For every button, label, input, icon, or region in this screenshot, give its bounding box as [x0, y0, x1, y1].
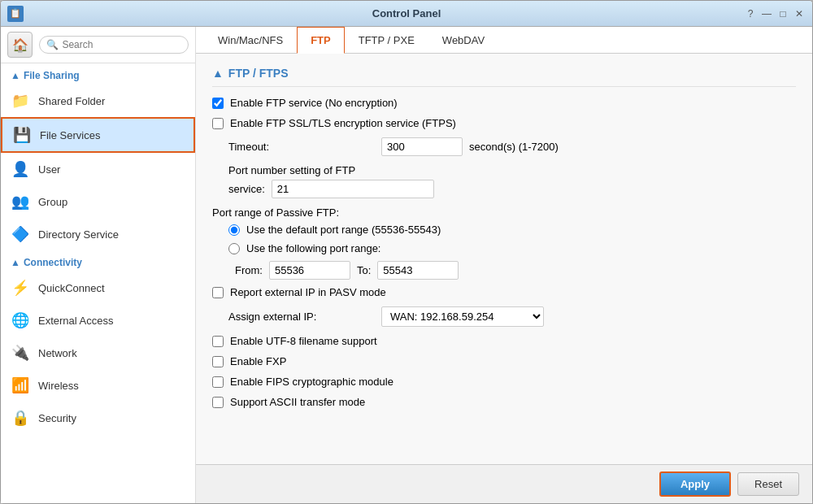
sidebar: 🏠 🔍 ▲ File Sharing 📁 Shared Folder: [1, 27, 196, 503]
maximize-button[interactable]: □: [776, 7, 789, 20]
port-input-row: service:: [228, 180, 796, 198]
sidebar-item-directory-service[interactable]: 🔷 Directory Service: [1, 218, 195, 250]
window-title: Control Panel: [372, 7, 441, 20]
passive-ftp-header: Port range of Passive FTP:: [212, 206, 796, 219]
enable-fxp-label: Enable FXP: [230, 355, 286, 367]
app-icon: 📋: [7, 6, 24, 22]
to-input[interactable]: [377, 261, 459, 280]
sidebar-item-external-access[interactable]: 🌐 External Access: [1, 304, 195, 337]
report-external-ip-checkbox[interactable]: [212, 287, 224, 298]
passive-ftp-section: Port range of Passive FTP: Use the defau…: [212, 206, 796, 280]
radio-custom-label: Use the following port range:: [246, 242, 380, 254]
support-ascii-label: Support ASCII transfer mode: [230, 396, 365, 408]
file-sharing-header[interactable]: ▲ File Sharing: [1, 63, 195, 85]
port-label: Port number setting of FTP: [228, 164, 355, 176]
support-ascii-checkbox[interactable]: [212, 397, 224, 408]
tab-webdav[interactable]: WebDAV: [428, 27, 498, 54]
enable-fips-checkbox[interactable]: [212, 376, 224, 388]
port-input[interactable]: [272, 180, 434, 198]
directory-service-icon: 🔷: [11, 224, 30, 244]
tab-bar: Win/Mac/NFS FTP TFTP / PXE WebDAV: [196, 27, 812, 54]
quickconnect-label: QuickConnect: [38, 282, 105, 294]
connectivity-label: Connectivity: [24, 257, 82, 268]
title-bar: 📋 Control Panel ? — □ ✕: [1, 1, 812, 27]
port-group: Port number setting of FTP service:: [228, 164, 796, 198]
sidebar-item-wireless[interactable]: 📶 Wireless: [1, 369, 195, 402]
user-icon: 👤: [11, 159, 30, 179]
support-ascii-row: Support ASCII transfer mode: [212, 396, 796, 408]
network-icon: 🔌: [11, 343, 30, 363]
security-icon: 🔒: [11, 408, 30, 428]
radio-default[interactable]: [228, 224, 240, 236]
search-input[interactable]: [62, 39, 181, 50]
passive-ftp-label: Port range of Passive FTP:: [212, 206, 339, 219]
to-label: To:: [357, 264, 371, 276]
enable-ftp-label: Enable FTP service (No encryption): [230, 97, 398, 109]
quickconnect-icon: ⚡: [11, 278, 30, 298]
minimize-button[interactable]: —: [760, 7, 773, 20]
timeout-label: Timeout:: [228, 141, 375, 153]
file-sharing-label: File Sharing: [24, 70, 80, 81]
tab-tftp-pxe[interactable]: TFTP / PXE: [345, 27, 428, 54]
sidebar-item-file-services[interactable]: 💾 File Services: [1, 117, 195, 153]
help-button[interactable]: ?: [744, 7, 757, 20]
sidebar-item-user[interactable]: 👤 User: [1, 153, 195, 185]
external-access-label: External Access: [38, 315, 114, 327]
from-label: From:: [235, 264, 263, 276]
title-bar-controls: ? — □ ✕: [744, 7, 806, 20]
sidebar-item-network[interactable]: 🔌 Network: [1, 337, 195, 369]
search-wrapper: 🔍: [39, 36, 189, 54]
sidebar-item-security[interactable]: 🔒 Security: [1, 402, 195, 434]
enable-fxp-row: Enable FXP: [212, 355, 796, 367]
enable-fips-label: Enable FIPS cryptographic module: [230, 376, 393, 388]
sidebar-menu: ▲ File Sharing 📁 Shared Folder 💾 File Se…: [1, 63, 195, 503]
port-label-row: Port number setting of FTP: [228, 164, 796, 176]
sidebar-item-group[interactable]: 👥 Group: [1, 185, 195, 218]
user-label: User: [38, 163, 60, 176]
enable-fxp-checkbox[interactable]: [212, 356, 224, 367]
file-services-label: File Services: [40, 129, 100, 141]
timeout-group: Timeout: second(s) (1-7200): [228, 137, 796, 156]
from-input[interactable]: [269, 261, 350, 280]
shared-folder-icon: 📁: [11, 91, 30, 111]
network-label: Network: [38, 347, 77, 359]
external-access-icon: 🌐: [11, 311, 30, 330]
tab-win-mac-nfs[interactable]: Win/Mac/NFS: [204, 27, 297, 54]
sidebar-item-shared-folder[interactable]: 📁 Shared Folder: [1, 85, 195, 117]
sidebar-item-quickconnect[interactable]: ⚡ QuickConnect: [1, 272, 195, 304]
enable-ftps-checkbox[interactable]: [212, 118, 224, 129]
report-external-ip-row: Report external IP in PASV mode: [212, 286, 796, 298]
group-icon: 👥: [11, 192, 30, 211]
home-button[interactable]: 🏠: [7, 32, 33, 58]
search-icon: 🔍: [46, 39, 59, 50]
report-external-ip-label: Report external IP in PASV mode: [230, 286, 386, 298]
section-title-text: FTP / FTPS: [228, 67, 289, 80]
wireless-icon: 📶: [11, 376, 30, 395]
radio-custom-row: Use the following port range:: [228, 242, 796, 254]
timeout-input[interactable]: [381, 137, 463, 156]
group-label: Group: [38, 196, 67, 208]
enable-utf8-checkbox[interactable]: [212, 336, 224, 347]
file-services-icon: 💾: [12, 125, 32, 145]
connectivity-chevron: ▲: [11, 257, 20, 268]
directory-service-label: Directory Service: [38, 228, 119, 241]
reset-button[interactable]: Reset: [737, 472, 799, 496]
enable-ftp-checkbox[interactable]: [212, 98, 224, 109]
enable-ftp-row: Enable FTP service (No encryption): [212, 97, 796, 109]
timeout-unit: second(s) (1-7200): [469, 141, 559, 153]
enable-ftps-label: Enable FTP SSL/TLS encryption service (F…: [230, 117, 456, 129]
main-window: 📋 Control Panel ? — □ ✕ 🏠 🔍: [0, 0, 813, 504]
panel-content: ▲ FTP / FTPS Enable FTP service (No encr…: [196, 54, 812, 464]
from-to-row: From: To:: [235, 261, 796, 280]
apply-button[interactable]: Apply: [659, 471, 731, 497]
radio-default-row: Use the default port range (55536-55543): [228, 224, 796, 236]
radio-custom[interactable]: [228, 243, 240, 254]
close-button[interactable]: ✕: [793, 7, 806, 20]
assign-external-ip-select[interactable]: WAN: 192.168.59.254: [381, 306, 544, 327]
security-label: Security: [38, 412, 76, 424]
connectivity-header[interactable]: ▲ Connectivity: [1, 250, 195, 272]
enable-fips-row: Enable FIPS cryptographic module: [212, 376, 796, 388]
tab-ftp[interactable]: FTP: [297, 27, 345, 54]
assign-external-ip-group: Assign external IP: WAN: 192.168.59.254: [228, 306, 796, 327]
bottom-bar: Apply Reset: [196, 464, 812, 503]
